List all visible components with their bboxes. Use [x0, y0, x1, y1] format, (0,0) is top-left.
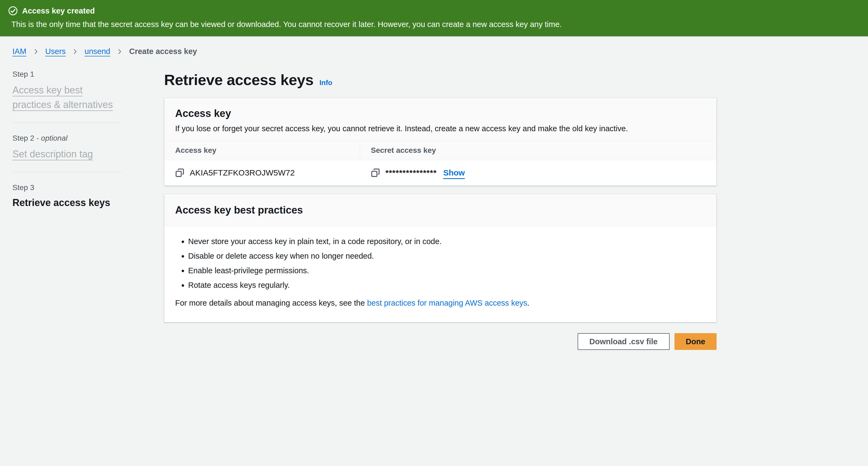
list-item: Disable or delete access key when no lon… — [188, 251, 706, 261]
access-key-card-title: Access key — [175, 107, 706, 120]
main-panel: Retrieve access keys Info Access key If … — [164, 69, 717, 350]
list-item: Rotate access keys regularly. — [188, 280, 706, 290]
key-table-row: AKIA5FTZFKO3ROJW5W72 *************** Sho… — [164, 160, 716, 185]
wizard-step-2: Step 2 - optional Set description tag — [12, 122, 122, 172]
done-button[interactable]: Done — [675, 333, 717, 350]
best-practices-card-header: Access key best practices — [164, 194, 716, 226]
access-key-card-header: Access key If you lose or forget your se… — [164, 98, 716, 141]
breadcrumb-iam[interactable]: IAM — [12, 47, 26, 56]
copy-icon — [371, 168, 380, 177]
wizard-step-3: Step 3 Retrieve access keys — [12, 172, 122, 219]
breadcrumb-unsend[interactable]: unsend — [85, 47, 110, 56]
best-practices-card-title: Access key best practices — [175, 204, 706, 216]
wizard-step-1: Step 1 Access key best practices & alter… — [12, 69, 122, 122]
content-area: Step 1 Access key best practices & alter… — [0, 69, 868, 350]
column-header-access-key: Access key — [164, 141, 360, 160]
download-csv-button[interactable]: Download .csv file — [578, 333, 670, 350]
breadcrumb: IAM Users unsend Create access key — [0, 37, 868, 56]
access-key-card: Access key If you lose or forget your se… — [164, 98, 717, 186]
page-title: Retrieve access keys — [164, 71, 314, 89]
best-practices-list: Never store your access key in plain tex… — [175, 237, 706, 290]
list-item: Enable least-privilege permissions. — [188, 266, 706, 276]
column-header-secret-access-key: Secret access key — [360, 141, 716, 160]
chevron-right-icon — [71, 48, 79, 55]
wizard-actions: Download .csv file Done — [164, 333, 717, 350]
list-item: Never store your access key in plain tex… — [188, 237, 706, 247]
step-2-optional-label: optional — [41, 134, 67, 142]
breadcrumb-current: Create access key — [129, 47, 197, 56]
best-practices-card: Access key best practices Never store yo… — [164, 194, 717, 322]
access-key-cell: AKIA5FTZFKO3ROJW5W72 — [164, 160, 360, 185]
copy-access-key-button[interactable] — [175, 168, 184, 177]
best-practices-footer: For more details about managing access k… — [175, 298, 706, 308]
step-1-link[interactable]: Access key best practices & alternatives — [12, 85, 113, 110]
copy-icon — [175, 168, 184, 177]
key-table-header: Access key Secret access key — [164, 141, 716, 160]
success-flashbar: Access key created This is the only time… — [0, 0, 868, 37]
access-key-value: AKIA5FTZFKO3ROJW5W72 — [190, 168, 295, 177]
step-3-label: Step 3 — [12, 183, 122, 192]
copy-secret-key-button[interactable] — [371, 168, 380, 177]
show-secret-link[interactable]: Show — [443, 168, 465, 177]
step-3-current-title: Retrieve access keys — [12, 197, 122, 209]
best-practices-card-body: Never store your access key in plain tex… — [164, 226, 716, 322]
step-2-label: Step 2 - optional — [12, 133, 122, 143]
flashbar-title: Access key created — [22, 6, 95, 15]
info-link[interactable]: Info — [319, 79, 333, 87]
access-key-card-description: If you lose or forget your secret access… — [175, 123, 706, 134]
step-1-label: Step 1 — [12, 69, 122, 79]
flashbar-description: This is the only time that the secret ac… — [11, 20, 857, 29]
check-circle-icon — [8, 6, 18, 15]
step-2-link[interactable]: Set description tag — [12, 149, 93, 160]
secret-access-key-cell: *************** Show — [360, 160, 716, 185]
chevron-right-icon — [116, 48, 123, 55]
secret-key-masked-value: *************** — [385, 168, 437, 177]
wizard-nav: Step 1 Access key best practices & alter… — [12, 69, 122, 350]
breadcrumb-users[interactable]: Users — [45, 47, 66, 56]
chevron-right-icon — [32, 48, 39, 55]
best-practices-link[interactable]: best practices for managing AWS access k… — [367, 299, 527, 307]
